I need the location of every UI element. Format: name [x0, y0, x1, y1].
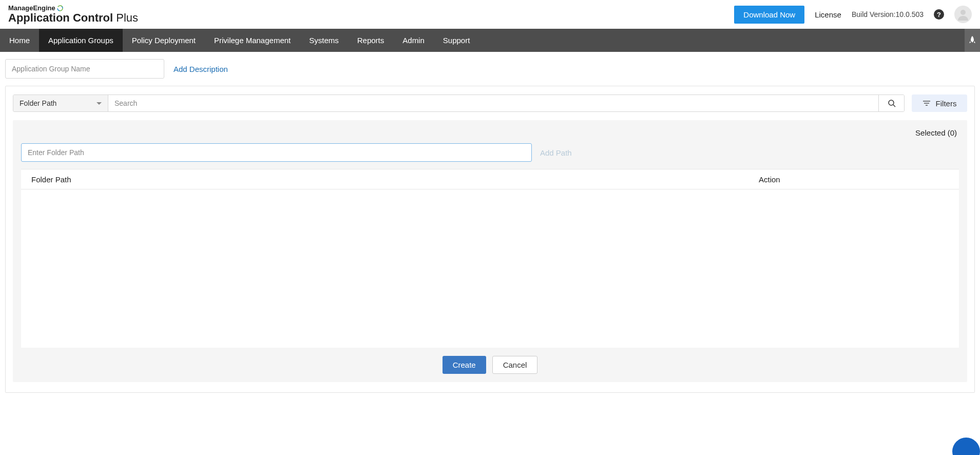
nav-item-reports[interactable]: Reports [348, 29, 394, 52]
search-combo: Folder Path [13, 94, 905, 112]
nav-item-application-groups[interactable]: Application Groups [39, 29, 123, 52]
nav-item-admin[interactable]: Admin [393, 29, 434, 52]
rocket-icon [969, 36, 976, 45]
selected-count-row: Selected (0) [21, 127, 959, 143]
add-description-link[interactable]: Add Description [174, 65, 228, 73]
cancel-button[interactable]: Cancel [492, 356, 538, 374]
brand-title-light: Plus [116, 11, 138, 24]
avatar[interactable] [954, 6, 972, 23]
inner-zone: Selected (0) Add Path Folder Path Action… [13, 120, 967, 382]
folder-path-table: Folder Path Action [21, 169, 959, 189]
folder-path-input[interactable] [21, 143, 532, 162]
download-now-button[interactable]: Download Now [734, 6, 804, 24]
license-link[interactable]: License [815, 10, 841, 19]
brand-title-bold: Application Control [8, 11, 113, 24]
nav-item-policy-deployment[interactable]: Policy Deployment [123, 29, 205, 52]
svg-point-3 [889, 100, 894, 105]
path-input-row: Add Path [21, 143, 959, 162]
nav-item-home[interactable]: Home [0, 29, 39, 52]
application-group-name-input[interactable] [5, 59, 164, 79]
table-empty-body [21, 189, 959, 348]
filters-button[interactable]: Filters [912, 94, 967, 112]
help-icon[interactable]: ? [934, 9, 944, 20]
svg-point-2 [960, 10, 966, 15]
main-panel: Folder Path Filters Selected (0) [5, 86, 975, 393]
brand-block: ManageEngine Application Control Plus [8, 5, 138, 24]
add-path-button[interactable]: Add Path [540, 148, 572, 157]
nav-item-systems[interactable]: Systems [300, 29, 348, 52]
brand-swirl-icon [57, 5, 63, 11]
filters-label: Filters [936, 99, 957, 108]
filter-icon [923, 100, 931, 106]
selected-label: Selected [915, 128, 945, 137]
search-icon [888, 99, 896, 107]
create-button[interactable]: Create [443, 356, 486, 374]
table-header: Folder Path Action [21, 169, 959, 189]
main-nav: Home Application Groups Policy Deploymen… [0, 29, 980, 52]
brand-top-line: ManageEngine [8, 5, 138, 12]
column-folder-path: Folder Path [31, 175, 759, 184]
selected-count: 0 [950, 128, 954, 137]
header-right: Download Now License Build Version:10.0.… [734, 6, 972, 24]
nav-spacer [479, 29, 965, 52]
build-version-label: Build Version:10.0.503 [852, 10, 924, 18]
column-action: Action [759, 175, 949, 184]
search-input[interactable] [108, 95, 878, 111]
brand-title: Application Control Plus [8, 12, 138, 24]
footer-buttons: Create Cancel [21, 348, 959, 382]
svg-line-4 [893, 105, 895, 107]
search-button[interactable] [878, 95, 904, 111]
subheader-row: Add Description [0, 52, 980, 86]
nav-item-privilege-management[interactable]: Privilege Management [205, 29, 300, 52]
user-icon [957, 8, 969, 21]
quick-launch-button[interactable] [965, 29, 980, 52]
search-type-value: Folder Path [20, 99, 56, 107]
search-row: Folder Path Filters [13, 94, 967, 112]
header-bar: ManageEngine Application Control Plus Do… [0, 0, 980, 29]
brand-top-text: ManageEngine [8, 5, 55, 12]
chevron-down-icon [97, 102, 102, 105]
nav-item-support[interactable]: Support [434, 29, 479, 52]
search-type-select[interactable]: Folder Path [13, 95, 108, 111]
